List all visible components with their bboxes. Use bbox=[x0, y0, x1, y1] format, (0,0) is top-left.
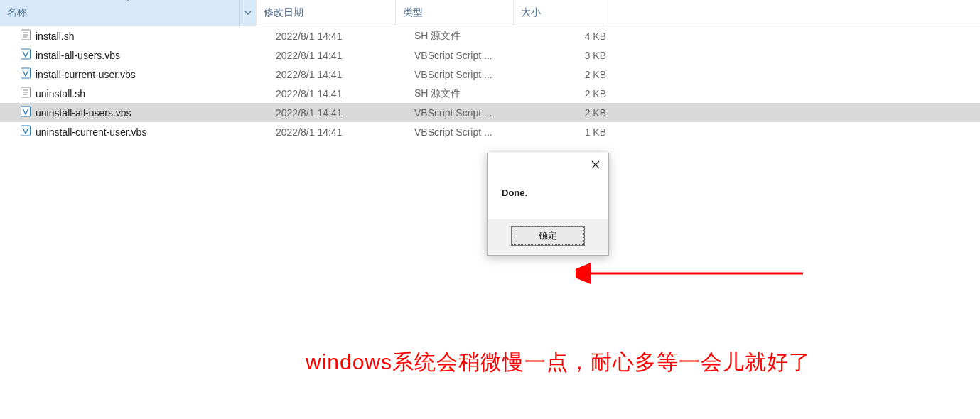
file-row[interactable]: install.sh2022/8/1 14:41SH 源文件4 KB bbox=[0, 26, 980, 45]
file-name: install-all-users.vbs bbox=[36, 50, 120, 61]
file-row[interactable]: uninstall-current-user.vbs2022/8/1 14:41… bbox=[0, 122, 980, 141]
sort-ascending-icon: ⌃ bbox=[125, 0, 131, 6]
file-date: 2022/8/1 14:41 bbox=[269, 50, 407, 61]
sh-file-icon bbox=[20, 87, 31, 100]
close-icon[interactable] bbox=[583, 153, 608, 176]
file-type: VBScript Script ... bbox=[407, 50, 524, 61]
file-date: 2022/8/1 14:41 bbox=[269, 88, 407, 99]
vbs-file-icon bbox=[20, 125, 31, 138]
file-name: uninstall-all-users.vbs bbox=[36, 107, 131, 119]
annotation-text: windows系统会稍微慢一点，耐心多等一会儿就好了 bbox=[306, 348, 811, 377]
message-dialog: Done. 确定 bbox=[487, 153, 609, 256]
file-type: VBScript Script ... bbox=[407, 126, 524, 138]
file-type: VBScript Script ... bbox=[407, 107, 524, 119]
file-type: SH 源文件 bbox=[407, 87, 524, 100]
ok-button[interactable]: 确定 bbox=[512, 227, 584, 245]
file-name: uninstall.sh bbox=[36, 88, 85, 99]
file-date: 2022/8/1 14:41 bbox=[269, 107, 407, 119]
file-size: 2 KB bbox=[524, 69, 622, 80]
file-row[interactable]: install-current-user.vbs2022/8/1 14:41VB… bbox=[0, 65, 980, 84]
column-header-name-label: 名称 bbox=[7, 6, 27, 19]
file-date: 2022/8/1 14:41 bbox=[269, 126, 407, 138]
file-list: install.sh2022/8/1 14:41SH 源文件4 KBinstal… bbox=[0, 26, 980, 141]
file-name-cell: install-current-user.vbs bbox=[0, 67, 269, 81]
file-row[interactable]: uninstall-all-users.vbs2022/8/1 14:41VBS… bbox=[0, 103, 980, 122]
file-type: SH 源文件 bbox=[407, 30, 524, 43]
column-header-name[interactable]: ⌃ 名称 bbox=[0, 0, 257, 26]
file-date: 2022/8/1 14:41 bbox=[269, 31, 407, 42]
file-name-cell: uninstall-all-users.vbs bbox=[0, 106, 269, 119]
file-name-cell: install-all-users.vbs bbox=[0, 48, 269, 62]
file-size: 2 KB bbox=[524, 107, 622, 119]
vbs-file-icon bbox=[20, 48, 31, 62]
file-size: 4 KB bbox=[524, 31, 622, 42]
column-header-type[interactable]: 类型 bbox=[396, 0, 514, 26]
dialog-message: Done. bbox=[488, 176, 608, 219]
column-header-type-label: 类型 bbox=[403, 6, 423, 19]
column-header-date-label: 修改日期 bbox=[264, 6, 303, 19]
file-explorer: ⌃ 名称 修改日期 类型 大小 install.sh2022/8/1 14:41… bbox=[0, 0, 980, 419]
file-row[interactable]: uninstall.sh2022/8/1 14:41SH 源文件2 KB bbox=[0, 84, 980, 103]
file-name: install-current-user.vbs bbox=[36, 69, 136, 80]
file-size: 2 KB bbox=[524, 88, 622, 99]
column-headers: ⌃ 名称 修改日期 类型 大小 bbox=[0, 0, 980, 26]
file-name-cell: uninstall.sh bbox=[0, 87, 269, 100]
file-size: 1 KB bbox=[524, 126, 622, 138]
column-header-date[interactable]: 修改日期 bbox=[257, 0, 396, 26]
vbs-file-icon bbox=[20, 67, 31, 81]
file-name-cell: uninstall-current-user.vbs bbox=[0, 125, 269, 138]
file-name: install.sh bbox=[36, 31, 74, 42]
dialog-footer: 确定 bbox=[488, 219, 608, 255]
column-header-size[interactable]: 大小 bbox=[514, 0, 603, 26]
file-row[interactable]: install-all-users.vbs2022/8/1 14:41VBScr… bbox=[0, 45, 980, 65]
file-type: VBScript Script ... bbox=[407, 69, 524, 80]
ok-button-label: 确定 bbox=[539, 229, 557, 242]
file-name-cell: install.sh bbox=[0, 29, 269, 43]
file-name: uninstall-current-user.vbs bbox=[36, 126, 146, 138]
column-dropdown-icon[interactable] bbox=[239, 0, 256, 26]
annotation-arrow bbox=[576, 256, 810, 291]
sh-file-icon bbox=[20, 29, 31, 43]
vbs-file-icon bbox=[20, 106, 31, 119]
file-size: 3 KB bbox=[524, 50, 622, 61]
dialog-titlebar bbox=[488, 153, 608, 176]
file-date: 2022/8/1 14:41 bbox=[269, 69, 407, 80]
column-header-size-label: 大小 bbox=[521, 6, 541, 19]
